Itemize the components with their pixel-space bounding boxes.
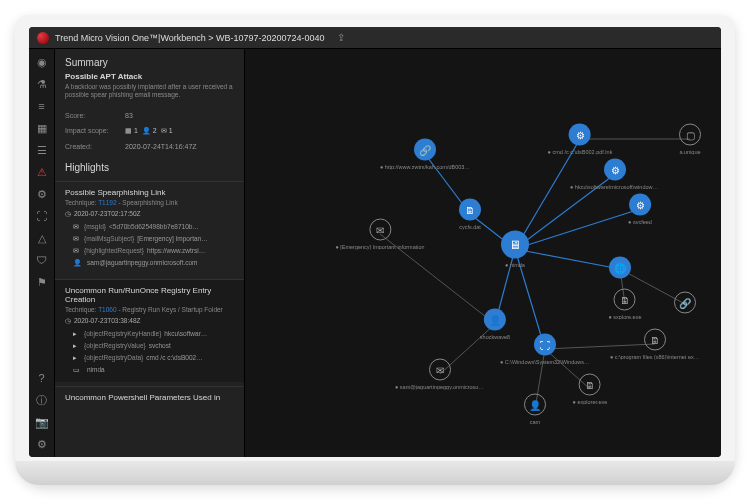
nav-bottom-icon-0[interactable]: ? [35, 371, 49, 385]
created-row: Created: 2020-07-24T14:16:47Z [55, 139, 244, 154]
highlight-detail: ▸{objectRegistryValue} svchost [65, 340, 234, 352]
node-label: ● svcfeed [628, 219, 652, 225]
highlight-detail: ▸{objectRegistryData} cmd /c c:\dsB002… [65, 352, 234, 364]
node-icon: 🔗 [414, 139, 436, 161]
node-icon: 🌐 [609, 257, 631, 279]
nav-icon-1[interactable]: ⚗ [35, 77, 49, 91]
app-window: Trend Micro Vision One™ | Workbench > WB… [29, 27, 721, 457]
node-label: a.unique [679, 149, 700, 155]
graph-node-center[interactable]: 🖥● nimda [501, 231, 529, 268]
node-label: ● http://www.zwtrs/kah.com/dB003.zip [380, 164, 470, 170]
graph-node-iexp[interactable]: 🗎● c:\program files (x86)\internet explo… [610, 329, 700, 360]
graph-node-sxplor[interactable]: 🗎● sxplore.exe [609, 289, 642, 320]
nav-icon-3[interactable]: ▦ [35, 121, 49, 135]
highlights-heading: Highlights [55, 154, 244, 177]
score-row: Score: 83 [55, 108, 244, 123]
node-label: cam [530, 419, 540, 425]
node-icon: 🗎 [614, 289, 636, 311]
nav-bottom-icon-2[interactable]: 📷 [35, 415, 49, 429]
graph-canvas[interactable]: 🖥● nimda🗎cycfs.dat👤shockwave8🔗● http://w… [245, 49, 721, 457]
score-value: 83 [125, 112, 133, 119]
nav-icon-8[interactable]: △ [35, 231, 49, 245]
highlight-timestamp: 2020-07-23T02:17:50Z [65, 210, 234, 218]
node-label: ● nimda [505, 262, 525, 268]
nav-icon-7[interactable]: ⛶ [35, 209, 49, 223]
highlight-title: Uncommon Powershell Parameters Used in [65, 393, 234, 402]
highlight-timestamp: 2020-07-23T03:38:48Z [65, 317, 234, 325]
graph-node-grp[interactable]: ⛶● C:\Windows\System32\WindowsPowerShell… [500, 334, 590, 365]
node-icon: ✉ [429, 359, 451, 381]
node-label: cycfs.dat [459, 224, 481, 230]
node-icon: 👤 [524, 394, 546, 416]
highlight-detail: ▭ nimda [65, 364, 234, 376]
node-icon: ⛶ [534, 334, 556, 356]
node-icon: 🗎 [644, 329, 666, 351]
node-icon: ✉ [369, 219, 391, 241]
laptop-frame: Trend Micro Vision One™ | Workbench > WB… [15, 15, 735, 485]
highlight-detail: ✉{mailMsgSubject} [Emergency] Importan… [65, 233, 234, 245]
attack-title: Possible APT Attack [65, 72, 234, 81]
node-icon: 🖥 [501, 231, 529, 259]
impact-badge: 👤 2 [142, 127, 157, 135]
graph-node-svcf[interactable]: ⚙● svcfeed [628, 194, 652, 225]
highlight-item[interactable]: Possible Spearphishing LinkTechnique: T1… [55, 181, 244, 275]
nav-bottom-icon-3[interactable]: ⚙ [35, 437, 49, 451]
graph-node-cam[interactable]: 👤cam [524, 394, 546, 425]
node-icon: ⚙ [604, 159, 626, 181]
graph-node-square[interactable]: ▢a.unique [679, 124, 701, 155]
graph-node-link2[interactable]: 🔗 [674, 292, 696, 317]
graph-node-cmd[interactable]: ⚙● cmd /c c:\dsB002.pdf.lnk [548, 124, 613, 155]
node-icon: ▢ [679, 124, 701, 146]
highlight-detail: ✉{msgId} <5d70b5d625498bb7e8710b… [65, 221, 234, 233]
node-icon: 👤 [484, 309, 506, 331]
details-sidebar: Summary Possible APT Attack A backdoor w… [55, 49, 245, 457]
impact-badge: ✉ 1 [161, 127, 173, 135]
product-name: Trend Micro Vision One™ [55, 33, 158, 43]
node-label: ● c:\program files (x86)\internet explor… [610, 354, 700, 360]
nav-icon-4[interactable]: ☰ [35, 143, 49, 157]
graph-node-reg[interactable]: ⚙● hkcu\software\microsoft\windows\curre… [570, 159, 660, 190]
highlight-title: Uncommon Run/RunOnce Registry Entry Crea… [65, 286, 234, 304]
node-label: ● hkcu\software\microsoft\windows\curren… [570, 184, 660, 190]
svg-line-4 [515, 209, 640, 249]
node-icon: 🔗 [674, 292, 696, 314]
highlight-detail: ✉{highlightedRequest} https://www.zwtrsi… [65, 245, 234, 257]
left-iconbar: ◉⚗≡▦☰⚠⚙⛶△🛡⚑?ⓘ📷⚙ [29, 49, 55, 457]
graph-node-cycfs[interactable]: 🗎cycfs.dat [459, 199, 481, 230]
highlight-title: Possible Spearphishing Link [65, 188, 234, 197]
nav-bottom-icon-1[interactable]: ⓘ [35, 393, 49, 407]
node-label: ● explorer.exe [573, 399, 608, 405]
impact-badge: ▦ 1 [125, 127, 138, 135]
highlight-item[interactable]: Uncommon Run/RunOnce Registry Entry Crea… [55, 279, 244, 382]
highlight-detail: 👤 sam@jaguartinpeggy.onmicrosoft.com [65, 257, 234, 269]
technique: Technique: T1192 - Spearphishing Link [65, 199, 234, 206]
created-value: 2020-07-24T14:16:47Z [125, 143, 197, 150]
vendor-logo [37, 32, 49, 44]
nav-icon-0[interactable]: ◉ [35, 55, 49, 69]
node-label: ● C:\Windows\System32\WindowsPowerShell\… [500, 359, 590, 365]
titlebar: Trend Micro Vision One™ | Workbench > WB… [29, 27, 721, 49]
graph-node-globe[interactable]: 🌐 [609, 257, 631, 282]
node-label: ● [Emergency] Important information [335, 244, 424, 250]
node-label: ● sam@jaguartinpeggy.onmicrosoft.com [395, 384, 485, 390]
node-icon: ⚙ [569, 124, 591, 146]
node-icon: 🗎 [459, 199, 481, 221]
graph-node-mail1[interactable]: ✉● [Emergency] Important information [335, 219, 424, 250]
graph-node-sam[interactable]: ✉● sam@jaguartinpeggy.onmicrosoft.com [395, 359, 485, 390]
highlight-item[interactable]: Uncommon Powershell Parameters Used in [55, 386, 244, 410]
nav-icon-6[interactable]: ⚙ [35, 187, 49, 201]
node-label: ● sxplore.exe [609, 314, 642, 320]
graph-node-explor[interactable]: 🗎● explorer.exe [573, 374, 608, 405]
highlight-detail: ▸{objectRegistryKeyHandle} hkcu\softwar… [65, 328, 234, 340]
summary-heading: Summary [55, 49, 244, 72]
share-icon[interactable]: ⇪ [337, 32, 345, 43]
technique: Technique: T1060 - Registry Run Keys / S… [65, 306, 234, 313]
node-icon: ⚙ [629, 194, 651, 216]
nav-icon-2[interactable]: ≡ [35, 99, 49, 113]
graph-node-link1[interactable]: 🔗● http://www.zwtrs/kah.com/dB003.zip [380, 139, 470, 170]
nav-icon-9[interactable]: 🛡 [35, 253, 49, 267]
nav-icon-10[interactable]: ⚑ [35, 275, 49, 289]
svg-line-5 [515, 249, 620, 269]
impact-row: Impact scope: ▦ 1👤 2✉ 1 [55, 123, 244, 139]
nav-icon-5[interactable]: ⚠ [35, 165, 49, 179]
